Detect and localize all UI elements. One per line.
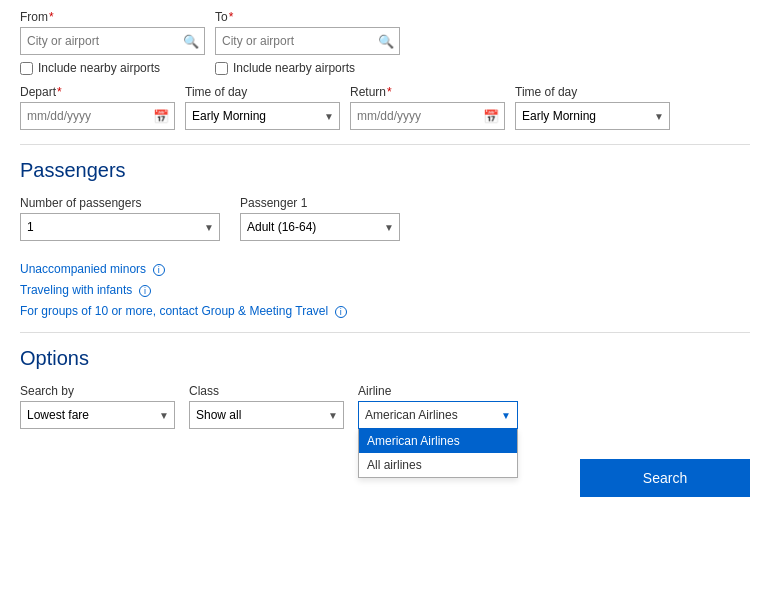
num-passengers-select-wrapper: 1 2 3 4 5 6 7 8 9 ▼ [20,213,220,241]
from-nearby-row: Include nearby airports [20,61,205,75]
unaccompanied-minors-link-item: Unaccompanied minors i [20,261,750,276]
from-input[interactable] [20,27,205,55]
to-search-icon[interactable]: 🔍 [378,34,394,49]
class-select-wrapper: Show all Economy Business First ▼ [189,401,344,429]
class-label: Class [189,384,344,398]
airline-selected-value: American Airlines [365,408,458,422]
from-nearby-label: Include nearby airports [38,61,160,75]
to-nearby-checkbox[interactable] [215,62,228,75]
options-title: Options [20,347,750,370]
to-input-wrapper: 🔍 [215,27,400,55]
to-label: To* [215,10,400,24]
from-search-icon[interactable]: 🔍 [183,34,199,49]
to-input[interactable] [215,27,400,55]
passenger1-label: Passenger 1 [240,196,400,210]
traveling-infants-link[interactable]: Traveling with infants [20,283,132,297]
minors-info-icon[interactable]: i [153,264,165,276]
depart-input[interactable] [20,102,175,130]
depart-time-select[interactable]: Early Morning Morning Afternoon Evening … [185,102,340,130]
search-button[interactable]: Search [580,459,750,497]
airline-dropdown-list: American Airlines All airlines [358,429,518,478]
class-field-group: Class Show all Economy Business First ▼ [189,384,344,429]
class-select[interactable]: Show all Economy Business First [189,401,344,429]
num-passengers-label: Number of passengers [20,196,220,210]
airline-select-box[interactable]: American Airlines ▼ [358,401,518,429]
groups-info-icon[interactable]: i [335,306,347,318]
passengers-row: Number of passengers 1 2 3 4 5 6 7 8 9 ▼… [20,196,750,241]
return-field-group: Return* 📅 [350,85,505,130]
depart-time-select-wrapper: Early Morning Morning Afternoon Evening … [185,102,340,130]
unaccompanied-minors-link[interactable]: Unaccompanied minors [20,262,146,276]
to-nearby-row: Include nearby airports [215,61,400,75]
return-time-label: Time of day [515,85,670,99]
divider-1 [20,144,750,145]
return-input-wrapper: 📅 [350,102,505,130]
passengers-title: Passengers [20,159,750,182]
depart-input-wrapper: 📅 [20,102,175,130]
depart-label: Depart* [20,85,175,99]
depart-time-label: Time of day [185,85,340,99]
passenger1-select[interactable]: Adult (16-64) Senior (65+) Child (2-15) … [240,213,400,241]
from-input-wrapper: 🔍 [20,27,205,55]
infants-info-icon[interactable]: i [139,285,151,297]
airline-chevron-icon: ▼ [501,410,511,421]
divider-2 [20,332,750,333]
airline-option-all[interactable]: All airlines [359,453,517,477]
groups-link-item: For groups of 10 or more, contact Group … [20,303,750,318]
to-nearby-label: Include nearby airports [233,61,355,75]
return-calendar-icon[interactable]: 📅 [483,109,499,124]
from-field-group: From* 🔍 Include nearby airports [20,10,205,75]
passenger1-select-wrapper: Adult (16-64) Senior (65+) Child (2-15) … [240,213,400,241]
groups-link[interactable]: For groups of 10 or more, contact Group … [20,304,328,318]
search-by-label: Search by [20,384,175,398]
search-by-select[interactable]: Lowest fare Schedule Upgrades [20,401,175,429]
num-passengers-select[interactable]: 1 2 3 4 5 6 7 8 9 [20,213,220,241]
passengers-section: Passengers Number of passengers 1 2 3 4 … [20,159,750,318]
from-label: From* [20,10,205,24]
airline-dropdown-container: American Airlines ▼ American Airlines Al… [358,401,518,429]
traveling-infants-link-item: Traveling with infants i [20,282,750,297]
passenger-links: Unaccompanied minors i Traveling with in… [20,261,750,318]
return-time-field-group: Time of day Early Morning Morning Aftern… [515,85,670,130]
num-passengers-field-group: Number of passengers 1 2 3 4 5 6 7 8 9 ▼ [20,196,220,241]
passenger1-field-group: Passenger 1 Adult (16-64) Senior (65+) C… [240,196,400,241]
to-field-group: To* 🔍 Include nearby airports [215,10,400,75]
options-row: Search by Lowest fare Schedule Upgrades … [20,384,750,429]
return-time-select[interactable]: Early Morning Morning Afternoon Evening … [515,102,670,130]
depart-time-field-group: Time of day Early Morning Morning Aftern… [185,85,340,130]
depart-field-group: Depart* 📅 [20,85,175,130]
return-input[interactable] [350,102,505,130]
airline-field-group: Airline American Airlines ▼ American Air… [358,384,518,429]
depart-calendar-icon[interactable]: 📅 [153,109,169,124]
return-label: Return* [350,85,505,99]
airline-label: Airline [358,384,518,398]
search-by-field-group: Search by Lowest fare Schedule Upgrades … [20,384,175,429]
airline-option-american[interactable]: American Airlines [359,429,517,453]
search-by-select-wrapper: Lowest fare Schedule Upgrades ▼ [20,401,175,429]
from-nearby-checkbox[interactable] [20,62,33,75]
return-time-select-wrapper: Early Morning Morning Afternoon Evening … [515,102,670,130]
options-section: Options Search by Lowest fare Schedule U… [20,347,750,429]
